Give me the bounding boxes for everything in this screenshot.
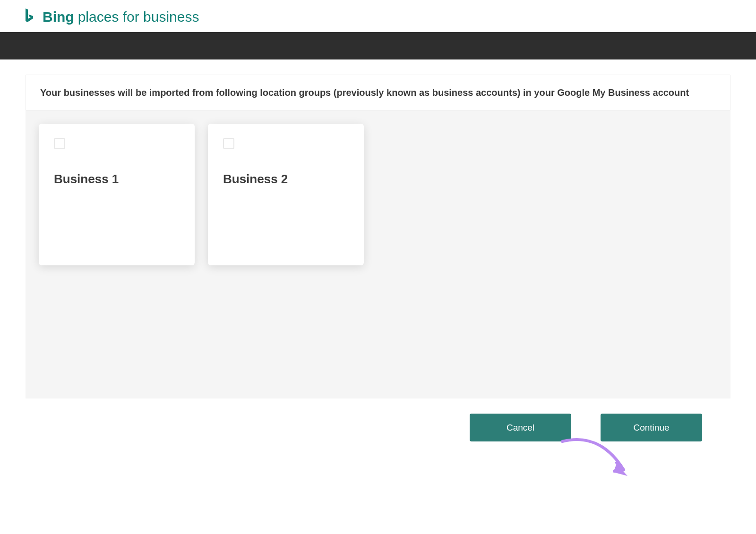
business-card-2[interactable]: Business 2 bbox=[208, 124, 364, 265]
svg-marker-0 bbox=[613, 464, 627, 476]
card-title: Business 1 bbox=[54, 172, 180, 186]
checkbox-business-1[interactable] bbox=[54, 138, 65, 149]
instruction-text: Your businesses will be imported from fo… bbox=[40, 85, 716, 100]
footer-bar: Cancel Continue bbox=[26, 398, 730, 457]
continue-button-label: Continue bbox=[633, 423, 669, 433]
nav-bar bbox=[0, 32, 756, 59]
brand-tagline: places for business bbox=[78, 9, 199, 25]
instruction-panel: Your businesses will be imported from fo… bbox=[26, 75, 730, 110]
continue-button[interactable]: Continue bbox=[601, 414, 702, 441]
content-area: Your businesses will be imported from fo… bbox=[26, 75, 730, 457]
card-title: Business 2 bbox=[223, 172, 349, 186]
header: Bing places for business bbox=[0, 0, 756, 32]
checkbox-business-2[interactable] bbox=[223, 138, 234, 149]
main-container: Your businesses will be imported from fo… bbox=[0, 59, 756, 457]
brand-name: Bing bbox=[43, 9, 74, 25]
cancel-button-label: Cancel bbox=[507, 423, 534, 433]
bing-logo-icon bbox=[24, 8, 37, 25]
business-card-1[interactable]: Business 1 bbox=[39, 124, 195, 265]
cancel-button[interactable]: Cancel bbox=[470, 414, 571, 441]
cards-container: Business 1 Business 2 bbox=[26, 110, 730, 398]
